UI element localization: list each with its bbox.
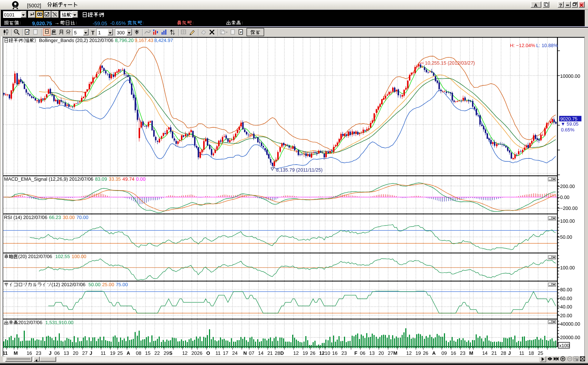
svg-text:21: 21 bbox=[267, 350, 273, 356]
svg-text:12: 12 bbox=[182, 350, 187, 356]
svg-text:21: 21 bbox=[491, 350, 497, 356]
svg-text:15: 15 bbox=[145, 350, 151, 356]
svg-text:40000.00: 40000.00 bbox=[560, 321, 580, 327]
svg-text:A: A bbox=[534, 3, 538, 8]
svg-text:0.00: 0.00 bbox=[136, 176, 146, 182]
svg-text:19: 19 bbox=[110, 350, 115, 356]
svg-text:200.00: 200.00 bbox=[560, 184, 575, 189]
svg-text:50.00: 50.00 bbox=[560, 234, 572, 240]
svg-text:09: 09 bbox=[441, 350, 447, 356]
svg-text:J: J bbox=[49, 350, 51, 356]
svg-text:12: 12 bbox=[319, 350, 325, 356]
svg-text:23: 23 bbox=[36, 350, 41, 356]
svg-text:P: P bbox=[26, 31, 28, 34]
svg-text:(20) 2012/07/06: (20) 2012/07/06 bbox=[18, 254, 52, 259]
svg-text:H: −12.04%: H: −12.04% bbox=[510, 43, 535, 48]
svg-text:D: D bbox=[281, 350, 284, 356]
svg-text:8,796.20: 8,796.20 bbox=[115, 38, 134, 43]
svg-text:14: 14 bbox=[258, 350, 264, 356]
svg-text:MACD_EMA_Signal (12,26,9) 2012: MACD_EMA_Signal (12,26,9) 2012/07/06 bbox=[4, 176, 93, 182]
svg-text:10,255.15 (2012/03/27): 10,255.15 (2012/03/27) bbox=[425, 60, 475, 66]
svg-text:[5002]: [5002] bbox=[27, 3, 41, 8]
svg-text:P: P bbox=[240, 31, 242, 34]
svg-text:26: 26 bbox=[423, 350, 428, 356]
svg-text:16: 16 bbox=[332, 350, 338, 356]
svg-text:M: M bbox=[13, 350, 18, 356]
svg-text:17: 17 bbox=[223, 350, 228, 356]
svg-text:33.35: 33.35 bbox=[109, 176, 121, 182]
svg-text:60.00: 60.00 bbox=[560, 296, 572, 301]
svg-text:J: J bbox=[90, 350, 92, 356]
svg-text:9,020.75: 9,020.75 bbox=[32, 20, 52, 26]
svg-text:20: 20 bbox=[73, 350, 78, 356]
svg-text:25: 25 bbox=[117, 350, 123, 356]
svg-text:70.00: 70.00 bbox=[76, 215, 88, 220]
svg-text:10000.00: 10000.00 bbox=[560, 73, 580, 79]
svg-text:5: 5 bbox=[74, 30, 77, 35]
svg-text:28: 28 bbox=[275, 350, 280, 356]
svg-text:25.00: 25.00 bbox=[102, 282, 114, 287]
svg-text:24: 24 bbox=[232, 350, 238, 356]
svg-text:102.55: 102.55 bbox=[55, 254, 70, 259]
svg-text:-59.05: -59.05 bbox=[93, 20, 107, 26]
svg-text:06: 06 bbox=[54, 350, 60, 356]
svg-text:8,135.79 (2011/11/25): 8,135.79 (2011/11/25) bbox=[276, 167, 323, 173]
svg-text:−200.00: −200.00 bbox=[560, 205, 578, 211]
svg-text:11: 11 bbox=[216, 350, 221, 356]
svg-text:13: 13 bbox=[63, 350, 69, 356]
svg-text:20000.00: 20000.00 bbox=[560, 335, 580, 340]
svg-text:L: 10.88%: L: 10.88% bbox=[536, 43, 558, 48]
svg-text:10: 10 bbox=[325, 350, 330, 356]
svg-text:M: M bbox=[469, 350, 473, 356]
svg-text:07: 07 bbox=[249, 350, 254, 356]
svg-text:1: 1 bbox=[98, 30, 101, 35]
svg-text:49.74: 49.74 bbox=[123, 176, 135, 182]
svg-text:11: 11 bbox=[101, 350, 106, 356]
svg-text:100.00: 100.00 bbox=[71, 254, 86, 259]
svg-text:23: 23 bbox=[341, 350, 347, 356]
svg-text:A: A bbox=[127, 350, 130, 356]
svg-text:75.00: 75.00 bbox=[116, 282, 128, 287]
svg-text:9,167.43: 9,167.43 bbox=[135, 38, 153, 43]
svg-text:19: 19 bbox=[415, 350, 421, 356]
svg-text:A: A bbox=[432, 350, 436, 356]
svg-text:M: M bbox=[393, 350, 397, 356]
svg-text:100.00: 100.00 bbox=[560, 218, 575, 224]
svg-text:S: S bbox=[169, 350, 173, 356]
svg-text:100.00: 100.00 bbox=[560, 265, 575, 270]
svg-text:27: 27 bbox=[388, 350, 393, 356]
svg-text:19: 19 bbox=[302, 350, 308, 356]
svg-text:11: 11 bbox=[519, 350, 524, 356]
svg-text:16: 16 bbox=[451, 350, 456, 356]
svg-text:O: O bbox=[206, 350, 210, 356]
svg-text:T: T bbox=[91, 30, 94, 36]
svg-text:12: 12 bbox=[293, 350, 299, 356]
svg-text:20.00: 20.00 bbox=[560, 313, 572, 318]
svg-text:83.09: 83.09 bbox=[95, 176, 107, 182]
svg-text:8,424.97: 8,424.97 bbox=[154, 38, 173, 43]
svg-text:22: 22 bbox=[154, 350, 160, 356]
svg-text:25: 25 bbox=[538, 350, 543, 356]
svg-text:0.65%: 0.65% bbox=[561, 127, 575, 132]
svg-text:06: 06 bbox=[360, 350, 365, 356]
svg-text:F: F bbox=[355, 350, 357, 356]
svg-text:27: 27 bbox=[82, 350, 88, 356]
svg-text:N: N bbox=[243, 350, 247, 356]
svg-text:2012/07/06: 2012/07/06 bbox=[18, 320, 42, 325]
svg-text:80.00: 80.00 bbox=[560, 287, 572, 292]
svg-text:50.00: 50.00 bbox=[89, 282, 101, 287]
svg-text:18: 18 bbox=[529, 350, 534, 356]
svg-text:30.00: 30.00 bbox=[63, 215, 75, 220]
svg-text:(12) 2012/07/06: (12) 2012/07/06 bbox=[51, 282, 85, 287]
svg-text:9020.75: 9020.75 bbox=[560, 116, 577, 122]
svg-text:66.23: 66.23 bbox=[49, 215, 61, 220]
svg-text:-0.65%: -0.65% bbox=[110, 20, 126, 26]
svg-text:0101: 0101 bbox=[4, 12, 15, 18]
svg-text:1,531,910.00: 1,531,910.00 bbox=[45, 320, 73, 325]
svg-text:26: 26 bbox=[310, 350, 316, 356]
svg-text:J: J bbox=[508, 350, 511, 356]
svg-text:28: 28 bbox=[501, 350, 506, 356]
svg-text:16: 16 bbox=[27, 350, 32, 356]
svg-text:x100: x100 bbox=[559, 343, 569, 348]
svg-text:29: 29 bbox=[164, 350, 169, 356]
